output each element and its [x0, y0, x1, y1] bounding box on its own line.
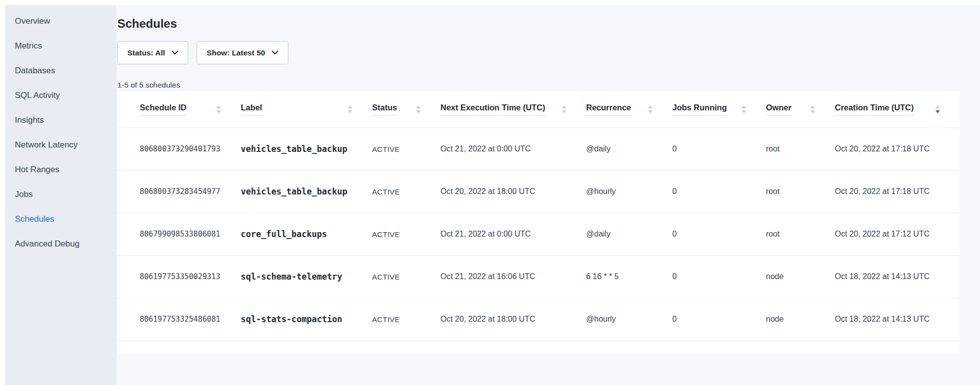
jobs-running-cell: 0 — [672, 255, 766, 298]
table-row: 806800373283454977 vehicles_table_backup… — [117, 170, 960, 213]
status-cell: ACTIVE — [372, 213, 440, 255]
page-title: Schedules — [117, 16, 980, 31]
schedules-table-card: Schedule ID Label — [117, 92, 960, 354]
recurrence-cell: @daily — [586, 128, 672, 170]
schedule-id-cell: 806799098533806081 — [117, 213, 241, 255]
column-header-next-execution-time[interactable]: Next Execution Time (UTC) — [440, 92, 586, 128]
schedule-label-cell: sql-stats-compaction — [241, 298, 372, 340]
sort-arrows-icon — [742, 105, 746, 113]
sidebar: Overview Metrics Databases SQL Activity … — [5, 5, 116, 385]
status-cell: ACTIVE — [372, 128, 440, 170]
main-content: Schedules Status: All Show: Latest 50 1-… — [116, 5, 980, 385]
table-row: 806799098533806081 core_full_backups ACT… — [117, 213, 960, 255]
column-header-recurrence[interactable]: Recurrence — [586, 92, 672, 128]
chevron-down-icon — [171, 50, 178, 55]
sort-arrows-icon — [648, 105, 653, 113]
column-label: Schedule ID — [140, 103, 186, 116]
column-header-schedule-id[interactable]: Schedule ID — [117, 92, 241, 128]
next-execution-cell: Oct 20, 2022 at 18:00 UTC — [440, 170, 586, 213]
column-label: Next Execution Time (UTC) — [440, 103, 545, 116]
column-header-label[interactable]: Label — [241, 92, 372, 128]
creation-time-cell: Oct 20, 2022 at 17:18 UTC — [835, 128, 960, 170]
app-shell: Overview Metrics Databases SQL Activity … — [5, 5, 980, 385]
recurrence-cell: @hourly — [586, 170, 672, 213]
column-label: Creation Time (UTC) — [835, 103, 914, 116]
schedule-label-cell: sql-schema-telemetry — [241, 255, 372, 298]
sidebar-item-overview[interactable]: Overview — [5, 9, 116, 34]
table-row: 806197753325486081 sql-stats-compaction … — [117, 298, 960, 340]
jobs-running-cell: 0 — [672, 170, 766, 213]
column-header-owner[interactable]: Owner — [766, 92, 835, 128]
jobs-running-cell: 0 — [672, 298, 766, 340]
status-cell: ACTIVE — [372, 170, 440, 213]
sort-arrows-icon — [811, 105, 815, 113]
next-execution-cell: Oct 21, 2022 at 16:06 UTC — [440, 255, 586, 298]
sidebar-item-sql-activity[interactable]: SQL Activity — [5, 83, 116, 108]
next-execution-cell: Oct 21, 2022 at 0:00 UTC — [440, 213, 586, 255]
schedules-table: Schedule ID Label — [117, 92, 960, 341]
owner-cell: node — [766, 255, 835, 298]
status-filter-label: Status: All — [127, 48, 165, 57]
sidebar-item-schedules[interactable]: Schedules — [5, 207, 116, 232]
column-header-status[interactable]: Status — [372, 92, 440, 128]
filter-bar: Status: All Show: Latest 50 — [117, 41, 980, 64]
table-header-row: Schedule ID Label — [117, 92, 960, 128]
sidebar-item-hot-ranges[interactable]: Hot Ranges — [5, 157, 116, 182]
creation-time-cell: Oct 20, 2022 at 17:12 UTC — [835, 213, 960, 255]
next-execution-cell: Oct 21, 2022 at 0:00 UTC — [440, 128, 586, 170]
column-label: Label — [241, 103, 262, 116]
column-label: Status — [372, 103, 397, 116]
creation-time-cell: Oct 18, 2022 at 14:13 UTC — [835, 255, 960, 298]
sidebar-item-network-latency[interactable]: Network Latency — [5, 133, 116, 157]
recurrence-cell: @hourly — [586, 298, 672, 340]
schedule-id-cell: 806197753325486081 — [117, 298, 241, 340]
owner-cell: node — [766, 298, 835, 340]
recurrence-cell: 6 16 * * 5 — [586, 255, 672, 298]
sidebar-item-jobs[interactable]: Jobs — [5, 182, 116, 207]
column-label: Owner — [766, 103, 791, 116]
sidebar-item-databases[interactable]: Databases — [5, 58, 116, 83]
status-cell: ACTIVE — [372, 255, 440, 298]
schedule-id-cell: 806800373290401793 — [117, 128, 241, 170]
schedule-label-cell: core_full_backups — [241, 213, 372, 255]
jobs-running-cell: 0 — [672, 213, 766, 255]
status-filter-dropdown[interactable]: Status: All — [117, 41, 188, 64]
owner-cell: root — [766, 170, 835, 213]
sort-arrows-icon — [416, 105, 421, 113]
column-label: Jobs Running — [672, 103, 727, 116]
owner-cell: root — [766, 213, 835, 255]
sidebar-item-advanced-debug[interactable]: Advanced Debug — [5, 232, 116, 256]
schedule-label-cell: vehicles_table_backup — [241, 170, 372, 213]
column-header-jobs-running[interactable]: Jobs Running — [672, 92, 766, 128]
sidebar-item-insights[interactable]: Insights — [5, 108, 116, 133]
recurrence-cell: @daily — [586, 213, 672, 255]
schedule-id-cell: 806197753350029313 — [117, 255, 241, 298]
sidebar-item-metrics[interactable]: Metrics — [5, 34, 116, 58]
show-limit-dropdown[interactable]: Show: Latest 50 — [197, 41, 288, 64]
schedule-id-cell: 806800373283454977 — [117, 170, 241, 213]
sort-arrows-icon — [562, 105, 566, 113]
chevron-down-icon — [272, 50, 278, 55]
creation-time-cell: Oct 18, 2022 at 14:13 UTC — [835, 298, 960, 340]
table-row: 806800373290401793 vehicles_table_backup… — [117, 128, 960, 170]
sort-arrows-icon — [348, 105, 352, 113]
next-execution-cell: Oct 20, 2022 at 18:00 UTC — [440, 298, 586, 340]
table-row: 806197753350029313 sql-schema-telemetry … — [117, 255, 960, 298]
sort-arrows-icon-desc-active — [935, 105, 940, 113]
owner-cell: root — [766, 128, 835, 170]
creation-time-cell: Oct 20, 2022 at 17:18 UTC — [835, 170, 960, 213]
status-cell: ACTIVE — [372, 298, 440, 340]
column-label: Recurrence — [586, 103, 631, 116]
show-limit-label: Show: Latest 50 — [207, 48, 265, 57]
schedule-label-cell: vehicles_table_backup — [241, 128, 372, 170]
sort-arrows-icon — [217, 105, 221, 113]
jobs-running-cell: 0 — [672, 128, 766, 170]
column-header-creation-time[interactable]: Creation Time (UTC) — [835, 92, 960, 128]
results-count: 1-5 of 5 schedules — [117, 81, 980, 90]
